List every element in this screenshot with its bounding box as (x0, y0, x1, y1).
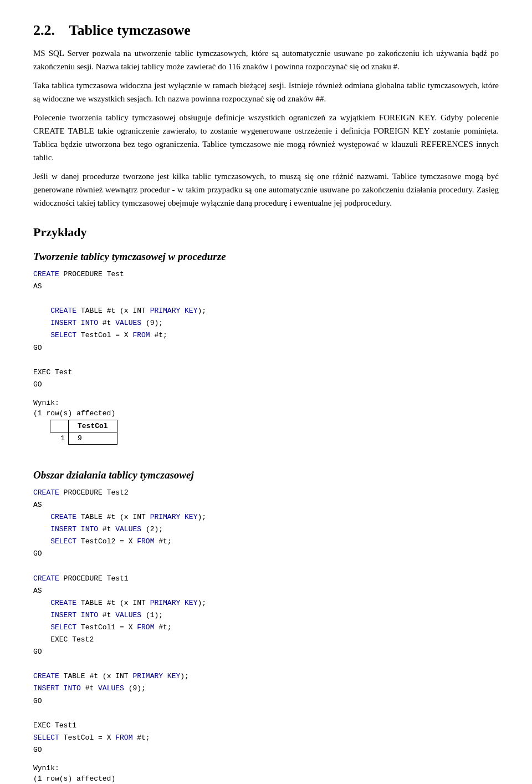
subsection2-rows-affected: (1 row(s) affected) (33, 775, 499, 783)
examples-heading: Przykłady (33, 225, 499, 240)
paragraph-2: Taka tablica tymczasowa widoczna jest wy… (33, 79, 499, 105)
subsection2-heading: Obszar działania tablicy tymczasowej (33, 469, 499, 481)
subsection1-result-table: TestCol 1 9 (50, 420, 117, 445)
paragraph-3: Polecenie tworzenia tablicy tymczasowej … (33, 111, 499, 164)
cell-value: 9 (69, 432, 117, 444)
section-title: Tablice tymczasowe (69, 22, 191, 38)
subsection1-wynik-label: Wynik: (33, 399, 499, 407)
subsection1-code: CREATE PROCEDURE Test AS CREATE TABLE #t… (33, 268, 499, 391)
table-row: 1 9 (50, 432, 117, 444)
paragraph-4: Jeśli w danej procedurze tworzone jest k… (33, 170, 499, 210)
row-number: 1 (50, 432, 69, 444)
subsection1-col-empty (50, 420, 69, 432)
subsection1-col-testcol: TestCol (69, 420, 117, 432)
subsection1-heading: Tworzenie tablicy tymczasowej w procedur… (33, 251, 499, 263)
subsection2-wynik-label: Wynik: (33, 764, 499, 772)
section-number: 2.2. (33, 22, 55, 38)
paragraph-1: MS SQL Server pozwala na utworzenie tabl… (33, 47, 499, 73)
subsection1-rows-affected: (1 row(s) affected) (33, 409, 499, 418)
subsection2-code: CREATE PROCEDURE Test2 AS CREATE TABLE #… (33, 487, 499, 756)
section-header: 2.2. Tablice tymczasowe (33, 22, 499, 39)
subsection1-result-table-wrapper: TestCol 1 9 (33, 420, 499, 456)
